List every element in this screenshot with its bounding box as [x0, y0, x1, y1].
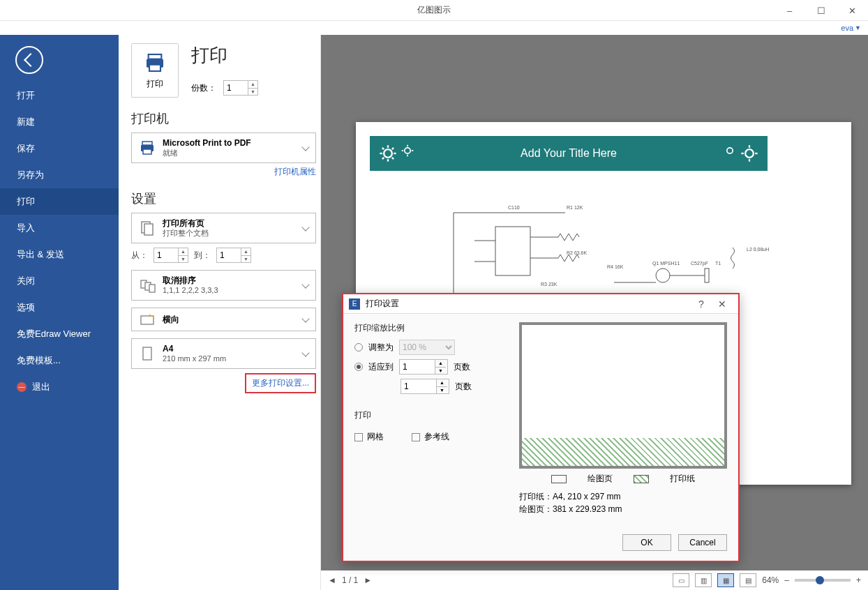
- orientation-select[interactable]: 横向: [131, 308, 316, 331]
- to-label: 到：: [194, 250, 211, 262]
- exit-icon: —: [17, 382, 27, 392]
- printer-section-title: 打印机: [131, 110, 316, 127]
- ok-button[interactable]: OK: [622, 534, 671, 551]
- chevron-down-icon: [301, 315, 309, 322]
- user-menu[interactable]: eva ▼: [0, 21, 868, 35]
- page-layout-preview: [519, 322, 727, 469]
- zoom-slider[interactable]: [795, 579, 851, 582]
- checkbox-guides[interactable]: [412, 433, 420, 441]
- svg-rect-43: [705, 268, 709, 282]
- printer-name: Microsoft Print to PDF: [163, 138, 296, 148]
- chevron-down-icon: [301, 280, 309, 288]
- cancel-button[interactable]: Cancel: [678, 534, 727, 551]
- svg-point-13: [384, 149, 392, 158]
- from-field[interactable]: ▲▼: [154, 248, 188, 263]
- more-print-settings-link[interactable]: 更多打印设置...: [245, 373, 316, 393]
- window-minimize[interactable]: –: [774, 0, 805, 21]
- gear-icon: [401, 144, 414, 158]
- sidebar-item-save[interactable]: 保存: [0, 135, 119, 162]
- to-field[interactable]: ▲▼: [216, 248, 251, 263]
- orientation-icon: [139, 311, 156, 328]
- print-button[interactable]: 打印: [131, 43, 179, 98]
- radio-fit-to[interactable]: [354, 363, 363, 371]
- printer-select[interactable]: Microsoft Print to PDF 就绪: [131, 133, 316, 163]
- paper-title: A4: [163, 344, 296, 354]
- gear-icon: [378, 144, 398, 163]
- page-icon: [139, 345, 156, 362]
- user-name: eva: [841, 24, 853, 32]
- svg-rect-0: [149, 54, 162, 59]
- printer-icon: [144, 52, 166, 74]
- sidebar-item-import[interactable]: 导入: [0, 215, 119, 241]
- svg-rect-5: [142, 142, 152, 145]
- zoom-in[interactable]: +: [856, 575, 861, 585]
- svg-text:C527pF: C527pF: [691, 261, 708, 266]
- spin-up[interactable]: ▲: [248, 81, 257, 89]
- from-label: 从：: [131, 250, 148, 262]
- checkbox-guides-label: 参考线: [424, 431, 449, 443]
- radio-adjust-to[interactable]: [354, 343, 363, 351]
- legend-drawing-label: 绘图页: [588, 473, 613, 485]
- info-print-paper: 打印纸：A4, 210 x 297 mm: [519, 490, 727, 503]
- sidebar-item-close[interactable]: 关闭: [0, 268, 119, 294]
- svg-text:Q1 MPSH11: Q1 MPSH11: [652, 261, 680, 266]
- view-mode-3[interactable]: ▦: [717, 573, 734, 587]
- radio-adjust-label: 调整为: [368, 342, 394, 354]
- copies-field[interactable]: ▲▼: [223, 80, 258, 96]
- spin-down[interactable]: ▼: [248, 89, 257, 96]
- sidebar-item-open[interactable]: 打开: [0, 82, 119, 109]
- sidebar-item-options[interactable]: 选项: [0, 294, 119, 321]
- info-drawing-page: 绘图页：381 x 229.923 mm: [519, 503, 727, 515]
- sidebar-item-saveas[interactable]: 另存为: [0, 162, 119, 188]
- collate-icon: [139, 277, 156, 294]
- view-mode-4[interactable]: ▤: [740, 573, 756, 587]
- preview-footer: ◄ 1 / 1 ► ▭ ▥ ▦ ▤ 64% – +: [321, 570, 868, 590]
- checkbox-grid[interactable]: [354, 433, 363, 441]
- window-maximize[interactable]: ☐: [805, 0, 837, 21]
- dialog-close-button[interactable]: ✕: [712, 298, 733, 310]
- chevron-down-icon: ▼: [855, 24, 861, 31]
- dialog-title-bar[interactable]: E 打印设置 ? ✕: [343, 294, 738, 314]
- dialog-help-button[interactable]: ?: [691, 298, 712, 310]
- sidebar-item-exit[interactable]: — 退出: [0, 374, 119, 400]
- svg-rect-10: [149, 285, 155, 292]
- view-mode-2[interactable]: ▥: [695, 573, 712, 587]
- gear-icon: [723, 144, 737, 158]
- chevron-down-icon: [301, 143, 309, 151]
- radio-fit-label: 适应到: [368, 361, 394, 373]
- window-close[interactable]: ✕: [837, 0, 868, 21]
- copies-input[interactable]: [224, 81, 248, 95]
- page-title: 打印: [191, 43, 258, 68]
- prev-page-button[interactable]: ◄: [328, 575, 336, 585]
- fit-width-field[interactable]: ▲▼: [399, 359, 448, 375]
- svg-line-21: [392, 148, 394, 149]
- fit-height-field[interactable]: ▲▼: [401, 379, 449, 394]
- zoom-out[interactable]: –: [784, 575, 789, 585]
- print-range-select[interactable]: 打印所有页 打印整个文档: [131, 213, 316, 243]
- sidebar-item-export[interactable]: 导出 & 发送: [0, 241, 119, 268]
- gear-icon: [740, 144, 759, 163]
- back-button[interactable]: [15, 46, 43, 74]
- svg-point-41: [656, 268, 670, 282]
- print-settings-panel: 打印 打印 份数： ▲▼ 打印机 Microsoft Print to PDF …: [119, 35, 321, 590]
- preview-template-title: Add Your Title Here: [521, 147, 617, 160]
- sidebar-item-print[interactable]: 打印: [0, 188, 119, 215]
- svg-text:R4 16K: R4 16K: [607, 264, 624, 269]
- svg-rect-2: [149, 64, 160, 70]
- view-mode-1[interactable]: ▭: [673, 573, 689, 587]
- print-settings-dialog: E 打印设置 ? ✕ 打印缩放比例 调整为 100 % 适应到 ▲▼ 页数 ▲▼…: [342, 293, 740, 562]
- chevron-down-icon: [301, 223, 309, 231]
- print-group-title: 打印: [354, 409, 508, 421]
- print-range-sub: 打印整个文档: [163, 229, 296, 238]
- sidebar-item-templates[interactable]: 免费模板...: [0, 347, 119, 374]
- fit-height-label: 页数: [455, 381, 472, 393]
- collate-select[interactable]: 取消排序 1,1,1 2,2,2 3,3,3: [131, 270, 316, 301]
- sidebar-item-new[interactable]: 新建: [0, 109, 119, 135]
- collate-title: 取消排序: [163, 275, 296, 285]
- scale-group-title: 打印缩放比例: [354, 322, 508, 334]
- paper-size-select[interactable]: A4 210 mm x 297 mm: [131, 338, 316, 369]
- sidebar-item-viewer[interactable]: 免费Edraw Viewer: [0, 321, 119, 347]
- printer-properties-link[interactable]: 打印机属性: [131, 166, 316, 178]
- print-range-title: 打印所有页: [163, 218, 296, 228]
- next-page-button[interactable]: ►: [364, 575, 372, 585]
